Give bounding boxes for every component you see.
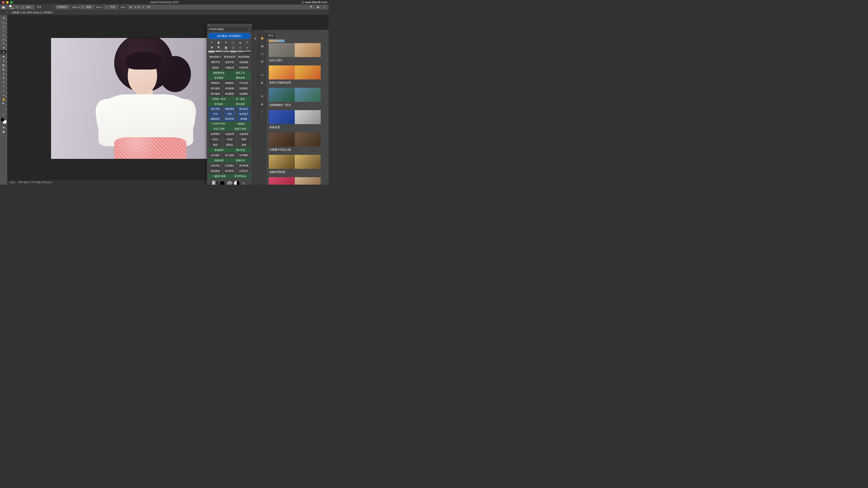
channels-panel-icon[interactable]: ◒ [260, 101, 265, 106]
dr5-action-button[interactable]: 肤色减红 [208, 102, 229, 106]
stamp-tool[interactable]: ◉ [0, 54, 7, 58]
airbrush-icon[interactable]: ⟐ [104, 5, 108, 9]
blur-tool[interactable]: ● [0, 71, 7, 75]
dr5-action-button[interactable]: 批处理参数 [237, 54, 251, 59]
dr5-action-button[interactable]: 添加眼影 [222, 91, 236, 96]
learn-card[interactable]: 自定义黑白 [269, 43, 326, 63]
dr5-action-button[interactable]: 专业工笔画 [208, 127, 229, 131]
color-panel-icon[interactable]: 🎨 [260, 36, 265, 41]
dr5-tool-brush-icon[interactable]: ✎ [224, 40, 228, 44]
dr5-action-button[interactable]: 毛毯纹理 [222, 131, 236, 136]
collapse-icon[interactable]: » [266, 30, 329, 33]
screen-mode-icon[interactable]: ▣ [0, 129, 7, 133]
pressure-opacity-icon[interactable]: ✎ [80, 5, 85, 9]
collapse-icon[interactable]: » [264, 30, 265, 32]
brush-preview[interactable]: 100 [9, 5, 14, 9]
smooth-input[interactable]: 0% [119, 5, 127, 9]
dr5-action-button[interactable]: 韩式柔调 [208, 169, 222, 174]
lasso-tool[interactable]: ◯ [0, 24, 7, 28]
dr5-action-button[interactable]: 合并选区 [208, 153, 222, 158]
document-tab[interactable]: 未标题–1 @ 100% (timg (1), RGB/8) * [10, 10, 55, 15]
share-icon[interactable]: ⇧ [322, 5, 327, 9]
crop-tool[interactable]: ✂ [0, 33, 7, 37]
dr5-action-button[interactable]: 选区工具 [230, 71, 251, 75]
dr5-action-button[interactable]: 朦胧效果 [208, 117, 222, 121]
dr5-action-button[interactable]: 中性灰层 [237, 81, 251, 86]
window-close[interactable] [2, 1, 4, 4]
dr5-action-button[interactable]: 纪实中性 [208, 163, 222, 168]
learn-card[interactable]: 向图像中添加人物 [269, 132, 326, 152]
toggle-colors-icon[interactable]: ⤧ [0, 112, 7, 116]
dr5-action-button[interactable]: 颜色取样器 [208, 71, 229, 75]
dr5-arrow-left-icon[interactable]: « [238, 45, 242, 50]
dr5-action-button[interactable]: 修地板 [237, 117, 251, 121]
blend-mode-select[interactable]: 正常 [35, 5, 55, 9]
pen-tool[interactable]: ✒ [0, 80, 7, 84]
dr5-action-button[interactable]: 添加腮红 [237, 86, 251, 91]
dr5-action-button[interactable]: 一键磨皮 [230, 122, 251, 126]
panel-collapse-icon[interactable]: » [250, 24, 251, 27]
window-minimize[interactable] [6, 1, 8, 4]
dr5-action-button[interactable]: 光晕 [222, 112, 236, 116]
more-tool[interactable]: ⋯ [0, 106, 7, 110]
zoom-tool[interactable]: 🔍 [0, 101, 7, 105]
eyedropper-tool[interactable]: ✎ [0, 41, 7, 45]
wand-tool[interactable]: ✧ [0, 29, 7, 33]
dr5-action-button[interactable]: 分频处理 [222, 65, 236, 70]
flow-input[interactable]: 15% [95, 5, 103, 9]
quick-mask-icon[interactable]: ◙ [0, 125, 7, 129]
dr5-action-button[interactable]: 书法A [208, 137, 222, 142]
workspace-icon[interactable]: ▣ [316, 5, 320, 9]
dr5-tool-healing-icon[interactable]: ✚ [210, 45, 214, 50]
dr5-action-button[interactable]: 表面平滑 [222, 60, 236, 65]
learn-card[interactable]: 替换背景 [269, 110, 326, 130]
dr5-action-button[interactable]: 智能液化 [222, 81, 236, 86]
patterns-panel-icon[interactable]: ▥ [260, 59, 265, 64]
dr5-panel[interactable]: ×» DR5多功能版 ≡ 金木整合–DR设置窗口 ✧ ◧ ✎ ▢ ▲ ⚇ ✚ 🔍 [207, 24, 252, 185]
panel-menu-icon[interactable]: ≡ [249, 28, 250, 31]
dr5-tool-eraser-icon[interactable]: ◧ [217, 40, 221, 44]
dr5-action-button[interactable]: 日系记忆 [237, 169, 251, 174]
dr5-action-button[interactable]: 去除纹理 [237, 131, 251, 136]
dr5-foot-stripe-icon[interactable] [227, 181, 232, 185]
angle-input[interactable]: 0° [137, 6, 140, 8]
collapse-icon[interactable]: » [256, 30, 257, 32]
dr5-foot-gradient-icon[interactable] [212, 181, 218, 185]
eraser-tool[interactable]: ◧ [0, 63, 7, 67]
zoom-level[interactable]: 100% [9, 181, 16, 184]
dr5-action-button[interactable]: 清新粉调 [208, 158, 229, 163]
color-swatch[interactable] [1, 118, 6, 124]
pressure-size-icon[interactable]: ✐ [141, 5, 145, 9]
dr5-action-button[interactable]: 杂物 [237, 143, 251, 147]
window-maximize[interactable] [10, 1, 13, 4]
gradients-panel-icon[interactable]: ◫ [260, 52, 265, 56]
dr5-foot-black-icon[interactable] [220, 181, 225, 185]
history-brush-tool[interactable]: ↺ [0, 59, 7, 63]
dr5-action-button[interactable]: 选区反选 [230, 148, 251, 152]
doc-info[interactable]: 1890 像素 x 1417 像素 (300 ppi) [18, 181, 52, 184]
brush-tool[interactable]: 🖌 [0, 50, 7, 54]
learn-card[interactable]: 复制小对象和纹理 [269, 65, 326, 85]
home-button[interactable] [1, 5, 5, 9]
dr5-tool-zoom-icon[interactable]: 🔍 [217, 45, 221, 50]
dr5-action-button[interactable]: D&B处理 [237, 65, 251, 70]
learn-card[interactable]: 应用滤镜 [269, 177, 326, 185]
dr5-settings-button[interactable]: 金木整合–DR设置窗口 [208, 33, 251, 39]
tab-close-icon[interactable]: × [7, 11, 8, 14]
dr5-action-button[interactable]: 纪实黑白 [222, 163, 236, 168]
dr5-action-button[interactable]: 黄色校正 [237, 107, 251, 111]
properties-panel-icon[interactable]: ⚙ [253, 36, 258, 41]
gradient-swatch[interactable] [244, 51, 251, 53]
dr5-tool-marquee-icon[interactable]: ▢ [231, 40, 236, 44]
smoothing-gear-icon[interactable]: ✿ [129, 5, 133, 9]
layers-panel-icon[interactable]: ❖ [260, 94, 265, 98]
dr5-action-button[interactable]: 金色眼影 [237, 91, 251, 96]
dr5-tool-layers-icon[interactable]: ◫ [231, 45, 236, 50]
hand-tool[interactable]: ✋ [0, 97, 7, 101]
dr5-action-button[interactable]: 磨皮批处理 [222, 54, 236, 59]
dr5-action-button[interactable]: 纹理增强 [208, 131, 222, 136]
dr5-action-button[interactable]: 美白牙齿 [208, 107, 222, 111]
dr5-action-button[interactable]: 常用统一肤色 [208, 97, 229, 101]
frame-tool[interactable]: ◫ [0, 37, 7, 41]
dr5-action-button[interactable]: 柔焦效果 [208, 148, 229, 152]
